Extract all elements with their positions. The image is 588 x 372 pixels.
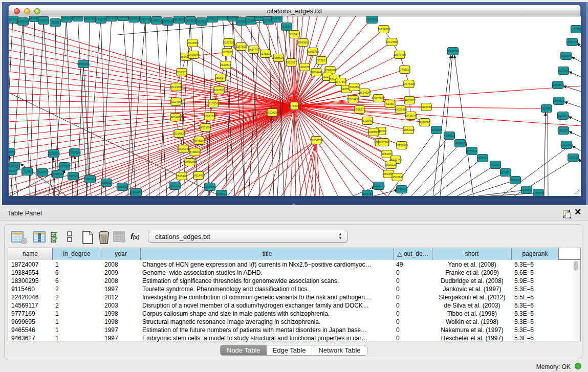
svg-text:9034112: 9034112 — [207, 17, 217, 20]
svg-text:10025438: 10025438 — [395, 108, 407, 111]
svg-text:1167534: 1167534 — [568, 156, 578, 159]
svg-text:10958127: 10958127 — [100, 181, 113, 184]
svg-text:9245012: 9245012 — [216, 192, 227, 195]
svg-text:317006: 317006 — [209, 102, 218, 105]
svg-text:19654983: 19654983 — [169, 116, 182, 119]
svg-text:12213389: 12213389 — [170, 85, 182, 89]
svg-text:17010504: 17010504 — [560, 143, 573, 146]
svg-text:18724007: 18724007 — [288, 104, 300, 107]
svg-text:16671355: 16671355 — [105, 16, 118, 19]
svg-text:1615132: 1615132 — [385, 163, 396, 166]
svg-text:62160: 62160 — [386, 102, 394, 105]
svg-text:9245052: 9245052 — [521, 188, 532, 191]
svg-text:12975125: 12975125 — [403, 82, 415, 85]
svg-text:8938923: 8938923 — [444, 134, 454, 137]
svg-text:10688609: 10688609 — [367, 130, 380, 134]
svg-text:12942737: 12942737 — [36, 171, 49, 174]
svg-text:8454749: 8454749 — [248, 48, 259, 51]
svg-text:10756923: 10756923 — [396, 144, 408, 147]
svg-text:2367608: 2367608 — [235, 45, 246, 48]
svg-text:9329906: 9329906 — [560, 54, 571, 57]
svg-text:12213967: 12213967 — [386, 40, 398, 43]
svg-text:13736485: 13736485 — [204, 185, 216, 188]
svg-text:9084067: 9084067 — [381, 152, 392, 156]
svg-text:1112450: 1112450 — [571, 28, 581, 31]
svg-text:17359926: 17359926 — [69, 151, 81, 154]
svg-text:9115460: 9115460 — [421, 105, 431, 108]
svg-text:16648784: 16648784 — [447, 50, 459, 53]
svg-text:20691406: 20691406 — [17, 20, 29, 23]
svg-text:2803144: 2803144 — [215, 76, 226, 79]
svg-text:11325419: 11325419 — [288, 33, 300, 36]
svg-text:1465023: 1465023 — [151, 19, 162, 22]
svg-text:252214: 252214 — [393, 176, 402, 179]
svg-text:17957225: 17957225 — [84, 178, 96, 181]
svg-text:6466160: 6466160 — [84, 17, 95, 20]
svg-text:9450432: 9450432 — [533, 191, 543, 194]
svg-text:20871145: 20871145 — [162, 20, 174, 23]
svg-text:8267130: 8267130 — [204, 115, 214, 118]
svg-text:2007249: 2007249 — [378, 141, 389, 144]
svg-text:22420046: 22420046 — [187, 53, 200, 56]
svg-text:10853267: 10853267 — [60, 17, 73, 20]
svg-text:3675685: 3675685 — [222, 51, 232, 54]
svg-text:10046748: 10046748 — [177, 147, 189, 150]
svg-text:19384554: 19384554 — [310, 139, 322, 142]
svg-text:18640910: 18640910 — [297, 41, 309, 44]
svg-text:1733426: 1733426 — [396, 188, 407, 191]
svg-text:8427552: 8427552 — [213, 89, 224, 92]
svg-text:9146821: 9146821 — [260, 52, 271, 55]
svg-text:7625402: 7625402 — [176, 174, 187, 178]
svg-text:7986372: 7986372 — [354, 108, 365, 111]
svg-text:9694372: 9694372 — [38, 19, 49, 22]
svg-text:1362635: 1362635 — [299, 65, 310, 69]
svg-text:20364436: 20364436 — [347, 98, 359, 101]
svg-text:10218506: 10218506 — [195, 20, 208, 23]
svg-text:9794028: 9794028 — [324, 69, 335, 72]
svg-text:748503: 748503 — [400, 68, 409, 71]
svg-text:1644093: 1644093 — [431, 128, 442, 132]
svg-text:16210643: 16210643 — [557, 114, 569, 117]
svg-text:16914479: 16914479 — [192, 174, 205, 177]
svg-text:26266950: 26266950 — [9, 150, 15, 154]
svg-text:8231054: 8231054 — [128, 17, 139, 20]
svg-text:1588520: 1588520 — [273, 56, 284, 59]
svg-text:9474444: 9474444 — [466, 149, 477, 152]
svg-text:9498222: 9498222 — [189, 150, 200, 154]
svg-text:16782759: 16782759 — [116, 185, 128, 188]
svg-text:1527602: 1527602 — [72, 16, 83, 19]
svg-text:20053: 20053 — [51, 21, 59, 24]
svg-text:16961758: 16961758 — [307, 50, 319, 53]
svg-text:12093873: 12093873 — [552, 83, 564, 86]
svg-text:20975887: 20975887 — [58, 165, 71, 168]
svg-text:16033809: 16033809 — [184, 19, 197, 22]
svg-text:1092346: 1092346 — [362, 192, 373, 195]
svg-text:9327508: 9327508 — [223, 41, 234, 44]
svg-text:7955812: 7955812 — [316, 59, 326, 62]
svg-text:9182736: 9182736 — [140, 18, 150, 21]
svg-text:3624534: 3624534 — [359, 91, 370, 94]
svg-text:15720407: 15720407 — [361, 119, 374, 122]
svg-text:8322037: 8322037 — [286, 61, 296, 64]
svg-text:13495744: 13495744 — [405, 114, 417, 117]
svg-text:20206576: 20206576 — [48, 152, 60, 155]
svg-text:3913157: 3913157 — [9, 169, 17, 172]
svg-text:19904448: 19904448 — [310, 71, 322, 74]
svg-text:15692971: 15692971 — [557, 129, 570, 132]
svg-text:8471676: 8471676 — [500, 171, 511, 174]
svg-text:9227342: 9227342 — [558, 69, 569, 72]
svg-text:10154808: 10154808 — [378, 28, 390, 31]
svg-text:8215958: 8215958 — [541, 107, 552, 110]
svg-text:10107554: 10107554 — [170, 100, 182, 103]
svg-text:2935114: 2935114 — [477, 157, 488, 160]
svg-text:15751074: 15751074 — [566, 40, 578, 43]
svg-text:15138141: 15138141 — [373, 184, 385, 187]
svg-text:8878334: 8878334 — [193, 139, 204, 142]
svg-text:10543362: 10543362 — [186, 41, 199, 45]
svg-text:14099489: 14099489 — [184, 161, 196, 164]
svg-text:19166825: 19166825 — [173, 132, 185, 135]
svg-text:1145139: 1145139 — [52, 172, 63, 176]
svg-text:18300295: 18300295 — [266, 111, 278, 114]
svg-text:1244415: 1244415 — [553, 99, 564, 102]
svg-text:7515536: 7515536 — [117, 16, 128, 18]
